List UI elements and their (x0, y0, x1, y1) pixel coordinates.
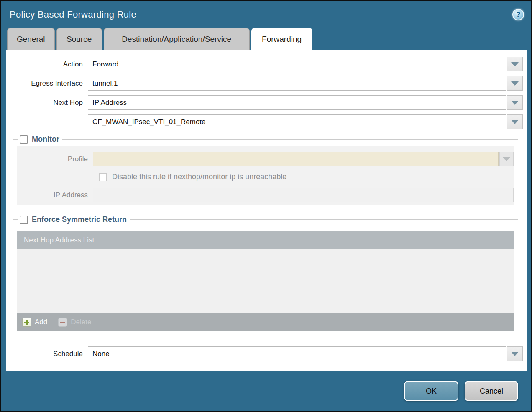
title-bar: Policy Based Forwarding Rule ? (1, 1, 531, 28)
enforce-symmetric-return-legend: Enforce Symmetric Return (18, 215, 130, 224)
tab-forwarding[interactable]: Forwarding (251, 28, 312, 50)
monitor-ip-address-label: IP Address (17, 191, 93, 199)
next-hop-address-list-body[interactable] (17, 249, 514, 313)
add-button-label: Add (35, 318, 47, 326)
action-row: Action (6, 57, 523, 71)
monitor-ip-address-input (93, 188, 514, 202)
egress-interface-row: Egress Interface (6, 76, 523, 91)
forwarding-tab-panel: Action Egress Interface Next Hop Monitor (6, 50, 527, 371)
next-hop-address-input[interactable] (88, 114, 506, 129)
enforce-symmetric-return-group: Enforce Symmetric Return Next Hop Addres… (13, 215, 518, 339)
next-hop-address-list-table: Next Hop Address List Add Delete (17, 231, 514, 331)
egress-interface-label: Egress Interface (6, 79, 88, 88)
cancel-button[interactable]: Cancel (465, 381, 518, 401)
profile-dropdown-button (499, 152, 514, 166)
profile-label: Profile (17, 155, 93, 163)
disable-rule-label: Disable this rule if nexthop/monitor ip … (112, 173, 286, 181)
tab-destination-application-service[interactable]: Destination/Application/Service (104, 28, 250, 50)
schedule-row: Schedule (6, 346, 523, 361)
pbf-rule-dialog: { "dialog": { "title": "Policy Based For… (0, 0, 532, 412)
profile-row: Profile (17, 152, 514, 166)
enforce-symmetric-return-legend-label: Enforce Symmetric Return (32, 215, 127, 224)
chevron-down-icon (503, 157, 510, 161)
monitor-legend-label: Monitor (32, 135, 59, 144)
next-hop-type-input[interactable] (88, 95, 506, 110)
disable-rule-row: Disable this rule if nexthop/monitor ip … (99, 173, 514, 181)
next-hop-address-list-toolbar: Add Delete (17, 313, 514, 331)
tab-source[interactable]: Source (56, 28, 102, 50)
dialog-title: Policy Based Forwarding Rule (10, 9, 136, 20)
chevron-down-icon (511, 81, 519, 86)
ok-button[interactable]: OK (404, 381, 458, 401)
schedule-input[interactable] (88, 346, 506, 361)
egress-interface-dropdown-button[interactable] (507, 76, 523, 91)
profile-input (93, 152, 499, 166)
action-label: Action (6, 60, 88, 69)
action-input[interactable] (88, 57, 506, 71)
schedule-dropdown-button[interactable] (507, 346, 523, 361)
tab-general[interactable]: General (7, 28, 55, 50)
monitor-ip-address-row: IP Address (17, 188, 514, 202)
delete-button-label: Delete (71, 318, 91, 326)
delete-button: Delete (58, 318, 91, 327)
next-hop-address-row (6, 114, 523, 129)
monitor-disabled-area: Profile Disable this rule if nexthop/mon… (17, 146, 514, 205)
monitor-checkbox[interactable] (20, 135, 28, 144)
dialog-footer: OK Cancel (404, 381, 518, 401)
tab-bar: General Source Destination/Application/S… (7, 28, 531, 50)
chevron-down-icon (511, 352, 519, 356)
egress-interface-input[interactable] (88, 76, 506, 91)
minus-icon (58, 318, 67, 327)
monitor-group: Monitor Profile Disable this rule if nex… (13, 135, 518, 209)
next-hop-address-list-header: Next Hop Address List (17, 231, 514, 249)
chevron-down-icon (511, 101, 519, 105)
next-hop-label: Next Hop (6, 99, 88, 107)
monitor-legend: Monitor (18, 135, 62, 144)
next-hop-row: Next Hop (6, 95, 523, 110)
chevron-down-icon (511, 120, 519, 124)
add-button[interactable]: Add (22, 318, 47, 327)
chevron-down-icon (511, 62, 519, 66)
help-icon[interactable]: ? (512, 9, 524, 20)
enforce-symmetric-return-checkbox[interactable] (20, 216, 28, 224)
plus-icon (22, 318, 31, 327)
action-dropdown-button[interactable] (507, 57, 523, 71)
schedule-label: Schedule (6, 350, 88, 358)
next-hop-dropdown-button[interactable] (507, 95, 523, 110)
disable-rule-checkbox (99, 173, 107, 181)
next-hop-address-dropdown-button[interactable] (507, 114, 523, 129)
